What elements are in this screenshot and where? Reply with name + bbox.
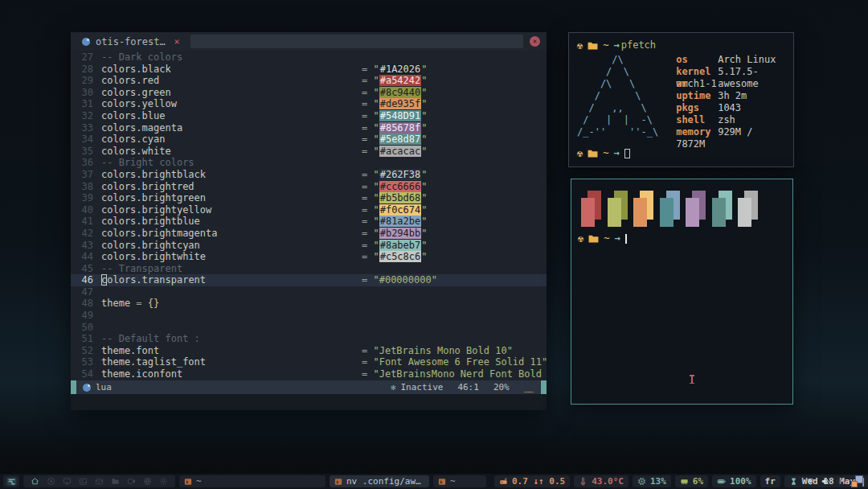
color-swatch-pair [712,191,731,229]
line-number: 27 [74,51,93,64]
network-value: 0.7 ↓↑ 0.5 [512,476,565,487]
terminal-icon [334,478,342,486]
tabbar-close-button[interactable]: ✕ [530,36,540,47]
lsp-status-icon: ✻ [391,383,395,392]
code-line[interactable]: 39colors.brightgreen= "#b5bd68" [71,192,547,204]
tag-video-icon[interactable] [127,477,136,486]
task-list: ~nv .config/aweso…~ [179,475,486,487]
color-swatch-pair [608,191,627,229]
folder-icon [588,41,598,50]
radiation-icon: ☢ [577,41,583,51]
prompt-path: ~ [604,232,609,244]
code-line[interactable]: 30colors.green= "#8c9440" [71,87,547,99]
code-line[interactable]: 34colors.cyan= "#5e8d87" [71,134,547,146]
code-line[interactable]: 51-- Default font : [71,333,547,345]
code-line[interactable]: 31colors.yellow= "#de935f" [71,98,547,110]
network-icon [499,477,508,486]
radiation-icon: ☢ [577,149,583,158]
code-line[interactable]: 40colors.brightyellow= "#f0c674" [71,204,547,216]
pfetch-info: osArch Linuxkernel5.17.5-arch1-1wmawesom… [676,54,785,138]
code-line[interactable]: 53theme.taglist_font= "Font Awesome 6 Fr… [71,356,547,368]
code-line[interactable]: 35colors.white= "#acacac" [71,146,547,158]
color-chip: #262F38 [379,169,422,180]
pfetch-info-row: osArch Linux [676,54,785,66]
battery-widget[interactable]: 100% [712,475,756,487]
tag-folder-icon[interactable] [111,477,120,486]
code-line[interactable]: 49 [71,310,547,322]
code-area[interactable]: 27-- Dark colors28colors.black= "#1A2026… [71,51,547,380]
task-item[interactable]: nv .config/aweso… [330,475,429,487]
code-line[interactable]: 27-- Dark colors [71,51,547,64]
terminal-icon [438,478,446,486]
line-number: 37 [74,169,93,181]
tag-gear-icon[interactable] [159,477,168,486]
color-chip: #5e8d87 [379,134,422,145]
tab-close-icon[interactable]: ✕ [174,36,180,47]
prompt-command: pfetch [621,39,656,51]
color-chip: #cc6666 [379,181,422,192]
volume-icon[interactable] [821,477,829,486]
keyboard-layout-widget[interactable]: fr [760,475,780,487]
line-number: 28 [74,64,93,76]
layout-indicator-icon[interactable] [851,475,863,487]
code-line[interactable]: 33colors.magenta= "#85678f" [71,122,547,134]
code-line[interactable]: 47 [71,286,547,298]
code-line[interactable]: 38colors.brightred= "#cc6666" [71,181,547,193]
task-item[interactable]: ~ [179,475,326,487]
tag-mail-icon[interactable] [95,477,104,486]
code-line[interactable]: 45-- Transparent [71,263,547,275]
prompt-arrow-icon: → [614,232,620,244]
cpu-icon [637,477,646,486]
task-item[interactable]: ~ [433,475,486,487]
color-chip: #a54242 [379,75,422,86]
color-chip: #548D91 [379,110,422,121]
editor-window[interactable]: otis-forest… ✕ ✕ 27-- Dark colors28color… [71,32,547,410]
editor-cmdline[interactable] [71,394,547,410]
tag-monitor-icon[interactable] [63,477,72,486]
wifi-icon[interactable] [806,477,815,486]
temperature-widget[interactable]: 43.0°C [574,475,628,487]
editor-statusline: lua ✻ Inactive 46:1 20% __ [71,380,547,394]
color-chip: #85678f [379,122,422,134]
launcher-button[interactable] [3,475,19,487]
radiation-icon: ☢ [578,234,583,244]
color-chip: #b294bb [379,228,422,239]
code-line[interactable]: 54theme.iconfont= "JetBrainsMono Nerd Fo… [71,368,547,380]
editor-tab[interactable]: otis-forest… ✕ [71,32,189,51]
code-line[interactable]: 46colors.transparent= "#00000000" [71,274,547,286]
colors-terminal[interactable]: ☢ ~ → [571,179,793,405]
code-line[interactable]: 50 [71,322,547,334]
code-line[interactable]: 29colors.red= "#a54242" [71,75,547,87]
code-line[interactable]: 28colors.black= "#1A2026" [71,64,547,76]
cpu-widget[interactable]: 13% [633,475,671,487]
tag-globe-icon[interactable] [143,477,152,486]
line-number: 33 [74,122,93,134]
pfetch-info-row: memory929M / 7872M [676,126,785,138]
pfetch-terminal[interactable]: ☢ ~ → pfetch /\ / \ /\ \ / \ / ,, \ / | … [568,32,794,167]
code-line[interactable]: 43colors.brightcyan= "#8abeb7" [71,240,547,252]
pfetch-info-row: shellzsh [676,114,785,126]
line-number: 46 [74,274,93,286]
color-chip: #de935f [379,98,422,109]
code-line[interactable]: 41colors.brightblue= "#81a2be" [71,216,547,228]
tag-image-icon[interactable] [79,477,88,486]
code-line[interactable]: 42colors.brightmagenta= "#b294bb" [71,228,547,240]
prompt-line[interactable]: ☢ ~ → [578,232,786,244]
code-line[interactable]: 32colors.blue= "#548D91" [71,110,547,122]
code-line[interactable]: 44colors.brightwhite= "#c5c8c6" [71,251,547,263]
code-line[interactable]: 52theme.font= "JetBrains Mono Bold 10" [71,345,547,357]
memory-widget[interactable]: 6% [675,475,708,487]
network-widget[interactable]: 0.7 ↓↑ 0.5 [494,475,570,487]
tag-home-icon[interactable] [31,477,39,486]
pfetch-info-row: uptime3h 2m [676,90,785,102]
system-tray [803,477,847,486]
code-line[interactable]: 37colors.brightblack= "#262F38" [71,169,547,181]
tag-browser-icon[interactable] [47,477,55,486]
lua-moon-icon [83,384,91,392]
code-line[interactable]: 36-- Bright colors [71,157,547,169]
prompt-path: ~ [603,147,608,159]
code-line[interactable]: 48theme = {} [71,298,547,310]
bluetooth-icon[interactable] [835,477,844,486]
line-number: 30 [74,87,93,99]
pfetch-info-row: wmawesome [676,78,785,90]
